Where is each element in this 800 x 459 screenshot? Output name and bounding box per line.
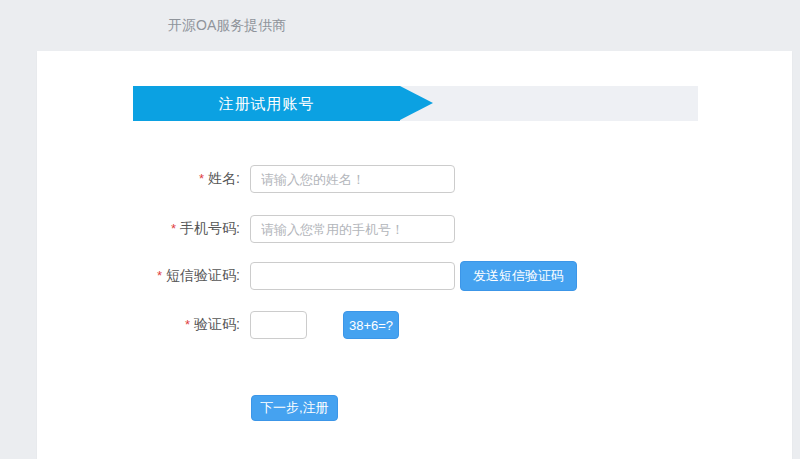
banner-arrow: 注册试用账号 [133,86,400,121]
required-asterisk: * [185,317,190,332]
phone-label: *手机号码: [37,220,240,238]
required-asterisk: * [199,171,204,186]
name-input[interactable] [250,165,455,193]
captcha-input[interactable] [250,311,307,339]
sms-code-input[interactable] [250,262,455,290]
form-row-name: *姓名: [37,164,455,194]
name-label-text: 姓名: [208,170,240,186]
site-title: 开源OA服务提供商 [168,0,286,51]
send-sms-code-button[interactable]: 发送短信验证码 [460,261,577,291]
phone-input[interactable] [250,215,455,243]
registration-card: 注册试用账号 *姓名: *手机号码: *短信验证码: 发送短信验证码 *验证码:… [37,51,792,459]
required-asterisk: * [171,221,176,236]
name-label: *姓名: [37,170,240,188]
captcha-label: *验证码: [37,316,240,334]
form-row-sms-code: *短信验证码: 发送短信验证码 [37,261,577,291]
phone-label-text: 手机号码: [180,220,240,236]
banner-title: 注册试用账号 [133,86,400,121]
captcha-question-button[interactable]: 38+6=? [343,311,399,339]
sms-code-label: *短信验证码: [37,267,240,285]
submit-button[interactable]: 下一步,注册 [251,395,338,421]
required-asterisk: * [157,268,162,283]
form-row-phone: *手机号码: [37,214,455,244]
form-row-captcha: *验证码: 38+6=? [37,310,399,340]
sms-code-label-text: 短信验证码: [166,267,240,283]
banner-strip: 注册试用账号 [133,86,698,121]
top-header: 开源OA服务提供商 [0,0,800,51]
captcha-label-text: 验证码: [194,316,240,332]
